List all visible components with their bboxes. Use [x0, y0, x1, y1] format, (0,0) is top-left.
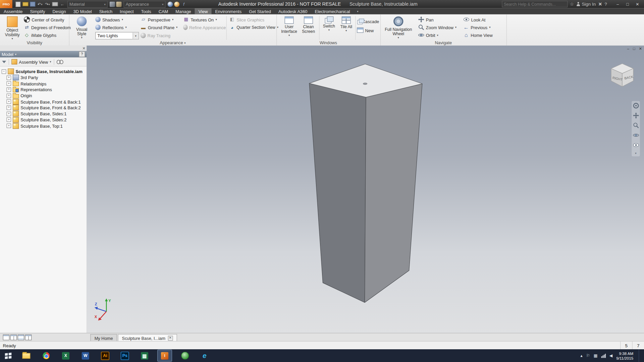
panel-label-navigate[interactable]: Navigate [380, 40, 506, 45]
tab-inspect[interactable]: Inspect [116, 8, 138, 14]
sign-in-button[interactable]: Sign In [576, 2, 596, 7]
tab-simplify[interactable]: Simplify [26, 8, 49, 14]
internet-explorer-taskbar-button[interactable]: e [198, 350, 212, 361]
tab-electromechanical[interactable]: Electromechanical [311, 8, 354, 14]
panel-label-windows[interactable]: Windows [276, 40, 380, 45]
look-at-icon[interactable] [633, 142, 639, 148]
top-hole[interactable] [363, 83, 367, 84]
reflections-button[interactable]: Reflections ▾ [95, 24, 136, 31]
browser-header[interactable]: Model ▾ ? [0, 51, 87, 58]
inventor-taskbar-button[interactable]: I [157, 350, 172, 362]
assembly-view-dropdown[interactable]: Assembly View ▾ [11, 59, 51, 64]
favorites-star-icon[interactable]: ☆ [570, 1, 574, 7]
full-navigation-wheel-button[interactable]: Full Navigation Wheel ▾ [383, 16, 414, 39]
tab-sculpture-base-document[interactable]: Sculpture Base, I...iam ✕ [118, 334, 177, 342]
center-of-gravity-button[interactable]: Center of Gravity [24, 16, 67, 23]
layout-grid-icon[interactable] [10, 335, 17, 340]
tree-item-part[interactable]: + Sculpture Base, Sides:2 [0, 117, 87, 123]
expand-icon[interactable]: + [7, 94, 11, 98]
save-button[interactable] [29, 1, 36, 7]
cascade-button[interactable]: Cascade [357, 18, 379, 25]
tab-design[interactable]: Design [49, 8, 70, 14]
word-taskbar-button[interactable]: W [78, 350, 93, 361]
expand-icon[interactable]: + [7, 75, 11, 80]
tab-get-started[interactable]: Get Started [245, 8, 275, 14]
zoom-window-button[interactable]: Zoom Window ▾ [418, 24, 462, 31]
expand-icon[interactable]: + [7, 106, 11, 110]
redo-button[interactable]: ↷▾ [44, 1, 51, 7]
expand-icon[interactable]: + [7, 118, 11, 122]
photoshop-taskbar-button[interactable]: Ps [118, 350, 132, 361]
shadows-button[interactable]: Shadows ▾ [95, 16, 136, 23]
graphics-viewport[interactable]: – □ ✕ RIGHT BACK ▾ [87, 46, 644, 333]
material-swatch-icon[interactable] [116, 1, 122, 7]
appearance-dropdown[interactable]: Appearance▾ [124, 1, 166, 8]
tree-item-part[interactable]: + Sculpture Base, Front & Back:2 [0, 105, 87, 111]
a360-taskbar-button[interactable] [178, 350, 192, 361]
object-visibility-button[interactable]: Object Visibility ▾ [2, 16, 23, 40]
tab-my-home[interactable]: My Home [90, 334, 117, 342]
degrees-of-freedom-button[interactable]: ⇄ Degrees of Freedom [24, 24, 67, 31]
slice-graphics-button[interactable]: ◧ Slice Graphics [229, 16, 274, 23]
expand-icon[interactable]: + [7, 124, 11, 128]
volume-icon[interactable]: ◀ [609, 353, 612, 358]
tray-expand-button[interactable]: ▴ [581, 353, 583, 358]
imate-glyphs-button[interactable]: ◇ iMate Glyphs [24, 32, 67, 39]
layout-single-icon[interactable] [3, 335, 10, 340]
tree-item-relationships[interactable]: + Relationships [0, 80, 87, 86]
spreadsheet-app-taskbar-button[interactable]: ▦ [138, 350, 152, 361]
autodesk-exchange-button[interactable]: ✕ [598, 1, 602, 7]
tab-3d-model[interactable]: 3D Model [70, 8, 96, 14]
maximize-button[interactable]: □ [623, 1, 632, 7]
visual-style-button[interactable]: Visual Style ▾ [71, 16, 92, 39]
close-button[interactable]: ✕ [633, 1, 642, 7]
zoom-icon[interactable] [633, 122, 639, 128]
user-interface-button[interactable]: User Interface ▾ [280, 16, 299, 37]
undo-button[interactable]: ↶▾ [37, 1, 44, 7]
search-input[interactable] [502, 1, 568, 7]
return-button[interactable]: ← [59, 1, 66, 7]
tab-close-button[interactable]: ✕ [168, 336, 173, 341]
navbar-more-button[interactable]: ▾ [635, 152, 636, 155]
caret-down-icon[interactable]: ▾ [48, 3, 50, 6]
tab-assemble[interactable]: Assemble [0, 8, 26, 14]
orbit-button[interactable]: Orbit ▾ [418, 32, 462, 39]
expand-icon[interactable]: + [7, 100, 11, 104]
tree-item-part[interactable]: + Sculpture Base, Front & Back:1 [0, 99, 87, 105]
material-dropdown[interactable]: Material▾ [67, 1, 108, 8]
collapse-icon[interactable]: − [2, 69, 6, 74]
network-icon[interactable] [601, 354, 605, 358]
ribbon-options-button[interactable]: ▾ [354, 8, 362, 14]
illustrator-taskbar-button[interactable]: Ai [98, 350, 112, 361]
ground-plane-button[interactable]: ▬ Ground Plane ▾ [141, 24, 181, 31]
caret-down-icon[interactable]: ▾ [41, 3, 42, 6]
layout-horizontal-icon[interactable] [18, 335, 24, 340]
ray-tracing-button[interactable]: Ray Tracing [141, 32, 181, 39]
tab-tools[interactable]: Tools [138, 8, 155, 14]
orbit-icon[interactable] [633, 132, 639, 138]
tab-view[interactable]: View [195, 8, 212, 14]
box-right-face[interactable] [365, 84, 422, 303]
previous-view-button[interactable]: ← Previous ▾ [463, 24, 504, 31]
browser-close-button[interactable]: ✕ [82, 46, 85, 50]
doc-restore-button[interactable]: □ [633, 47, 635, 51]
switch-window-button[interactable]: Switch ▾ [321, 16, 337, 32]
perspective-button[interactable]: ▱ Perspective ▾ [141, 16, 181, 23]
doc-close-button[interactable]: ✕ [639, 47, 642, 51]
box-left-face[interactable] [309, 83, 366, 303]
look-at-button[interactable]: Look At [463, 16, 504, 23]
clean-screen-button[interactable]: Clean Screen [300, 16, 318, 34]
tree-item-origin[interactable]: + Origin [0, 93, 87, 99]
sculpture-base-model[interactable] [87, 46, 644, 333]
doc-minimize-button[interactable]: – [627, 47, 629, 51]
new-window-button[interactable]: New [357, 27, 379, 34]
tab-manage[interactable]: Manage [172, 8, 195, 14]
pan-button[interactable]: Pan [418, 16, 462, 23]
tab-environments[interactable]: Environments [211, 8, 245, 14]
start-button[interactable] [0, 349, 16, 362]
excel-taskbar-button[interactable]: X [59, 350, 73, 361]
expand-icon[interactable]: + [7, 81, 11, 86]
pan-icon[interactable] [633, 113, 639, 119]
chrome-taskbar-button[interactable] [39, 350, 53, 361]
search-binoculars-icon[interactable] [56, 60, 63, 64]
